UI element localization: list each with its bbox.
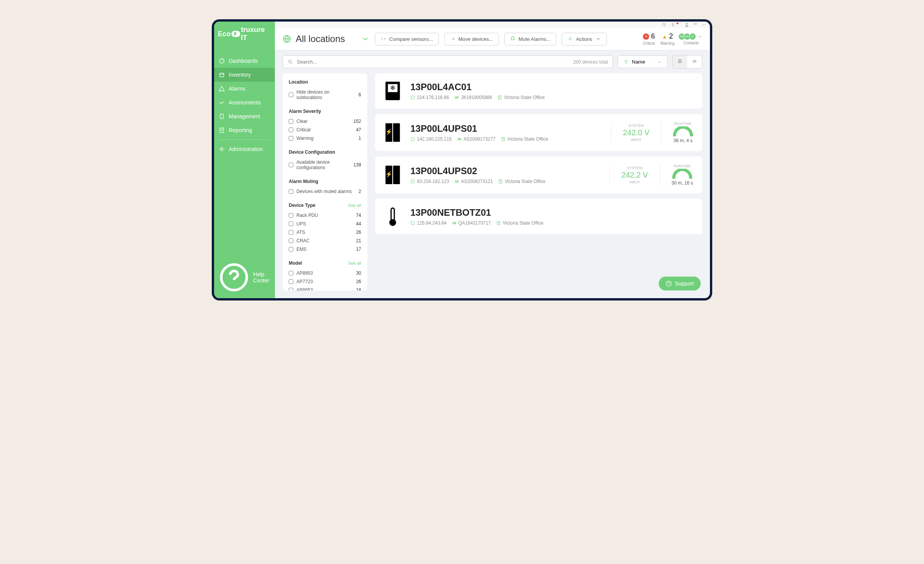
filter-item[interactable]: Clear152: [289, 117, 361, 126]
device-name: 13P00NETBOTZ01: [410, 207, 693, 218]
device-info: 13P00L4UPS01 142.160.225.115 AS200817327…: [410, 123, 602, 142]
device-meta: 83.234.182.123 AS2008273121 Victoria Sta…: [410, 179, 600, 184]
sidebar: Eco truxure IT Dashboards Inventory Alar…: [214, 22, 275, 298]
filter-item[interactable]: CRAC21: [289, 237, 361, 245]
svg-rect-29: [391, 208, 394, 221]
chevron-down-icon: [361, 35, 370, 43]
device-type-icon: [384, 206, 401, 227]
filter-item[interactable]: Available device configurations139: [289, 158, 361, 172]
nav-management[interactable]: Management: [214, 109, 275, 123]
device-card[interactable]: ⚡ 13P00L4UPS01 142.160.225.115 AS2008173…: [375, 114, 702, 151]
nav-alarms[interactable]: Alarms: [214, 82, 275, 96]
view-toggle: [672, 55, 702, 69]
list-view-button[interactable]: [673, 55, 687, 68]
svg-rect-26: [411, 180, 414, 183]
filter-title: Location: [289, 79, 361, 85]
filter-group: ModelSee allAP885330AP772326AP865318InRo…: [289, 260, 361, 290]
filter-checkbox[interactable]: [289, 119, 293, 124]
critical-alarm-stat[interactable]: ✕6 Critical: [643, 32, 655, 45]
svg-point-12: [288, 60, 291, 63]
contacts-selector[interactable]: RD RF LC Contacts: [680, 33, 702, 45]
search-box[interactable]: 200 devices total: [283, 55, 613, 68]
device-info: 13P00L4UPS02 83.234.182.123 AS2008273121…: [410, 166, 600, 184]
filter-checkbox[interactable]: [289, 163, 293, 167]
filter-item[interactable]: UPS44: [289, 220, 361, 228]
move-icon: [450, 36, 455, 42]
filter-item[interactable]: Rack PDU74: [289, 211, 361, 220]
filter-item[interactable]: AP865318: [289, 286, 361, 290]
filter-checkbox[interactable]: [289, 92, 293, 97]
app-window: Eco truxure IT Dashboards Inventory Alar…: [212, 19, 712, 300]
runtime-arc-icon: [672, 169, 692, 179]
move-devices-button[interactable]: Move devices...: [444, 33, 499, 45]
svg-point-11: [569, 38, 571, 40]
see-all-link[interactable]: See all: [348, 261, 361, 265]
device-card[interactable]: ⚡ 13P00L4UPS02 83.234.182.123 AS20082731…: [375, 156, 702, 193]
list-icon[interactable]: [670, 22, 675, 27]
svg-text:⚡: ⚡: [385, 128, 393, 135]
filter-item[interactable]: ATS26: [289, 228, 361, 237]
nav-administration[interactable]: Administration: [214, 142, 275, 156]
device-serial: QA1643170717: [452, 220, 491, 226]
main-nav: Dashboards Inventory Alarms Assessments …: [214, 54, 275, 156]
actions-button[interactable]: Actions: [562, 33, 607, 45]
filter-checkbox[interactable]: [289, 213, 293, 218]
filter-item[interactable]: Hide devices on sublocations6: [289, 88, 361, 102]
location-selector[interactable]: All locations: [283, 34, 370, 44]
svg-rect-1: [220, 73, 224, 77]
device-card[interactable]: ❄ 13P00L4AC01 224.176.116.66 JK191900588…: [375, 73, 702, 109]
nav-inventory[interactable]: Inventory: [214, 68, 275, 82]
device-name: 13P00L4UPS01: [410, 123, 602, 134]
user-icon[interactable]: [685, 22, 689, 27]
chevron-down-icon[interactable]: [701, 22, 706, 27]
filter-checkbox[interactable]: [289, 230, 293, 235]
nav-assessments[interactable]: Assessments: [214, 96, 275, 109]
filter-item[interactable]: AP885330: [289, 269, 361, 277]
warning-alarm-stat[interactable]: ▲2 Warning: [660, 32, 675, 45]
search-icon[interactable]: [662, 22, 666, 27]
filter-checkbox[interactable]: [289, 271, 293, 275]
nav-reporting[interactable]: Reporting: [214, 123, 275, 137]
filter-title: Device TypeSee all: [289, 203, 361, 208]
filter-checkbox[interactable]: [289, 189, 293, 194]
sort-selector[interactable]: Name: [618, 55, 668, 68]
nav-label: Administration: [229, 146, 263, 152]
filter-checkbox[interactable]: [289, 238, 293, 243]
compare-sensors-button[interactable]: Compare sensors...: [375, 33, 439, 45]
mute-alarms-button[interactable]: Mute Alarms...: [504, 33, 556, 45]
filter-checkbox[interactable]: [289, 288, 293, 290]
device-ip: 224.176.116.66: [410, 95, 449, 100]
help-center[interactable]: Help Center: [214, 257, 275, 298]
svg-point-7: [686, 23, 688, 25]
filter-checkbox[interactable]: [289, 136, 293, 141]
users-icon[interactable]: [693, 22, 698, 27]
svg-rect-19: [393, 123, 400, 142]
system-stat: SYSTEM242.0 VINPUT: [611, 124, 649, 142]
filter-title: Device Configuration: [289, 149, 361, 155]
nav-dashboards[interactable]: Dashboards: [214, 54, 275, 68]
support-button[interactable]: Support: [659, 277, 701, 290]
filter-item[interactable]: Warning1: [289, 134, 361, 143]
device-serial: AS2008273121: [454, 179, 493, 184]
help-icon: [666, 280, 672, 287]
filter-group: Alarm SeverityClear152Critical47Warning1: [289, 109, 361, 143]
filter-item[interactable]: Critical47: [289, 126, 361, 134]
filter-checkbox[interactable]: [289, 222, 293, 226]
filter-item[interactable]: Devices with muted alarms2: [289, 187, 361, 196]
see-all-link[interactable]: See all: [348, 203, 361, 208]
compact-view-button[interactable]: [687, 55, 702, 68]
filter-checkbox[interactable]: [289, 279, 293, 284]
device-location: Victoria State Office: [498, 179, 546, 184]
compare-icon: [381, 36, 386, 42]
svg-rect-24: [393, 166, 400, 184]
runtime-arc-icon: [673, 126, 693, 136]
search-input[interactable]: [297, 59, 569, 65]
filter-item[interactable]: EMS17: [289, 245, 361, 253]
filter-item[interactable]: AP772326: [289, 277, 361, 286]
filter-checkbox[interactable]: [289, 247, 293, 252]
device-stats: SYSTEM242.2 VINPUT RUNTIME30 m, 16 s: [609, 164, 693, 186]
contact-avatar: LC: [689, 33, 696, 40]
device-card[interactable]: 13P00NETBOTZ01 125.94.243.64 QA164317071…: [375, 199, 702, 234]
filter-checkbox[interactable]: [289, 128, 293, 132]
nav-label: Dashboards: [229, 58, 258, 64]
